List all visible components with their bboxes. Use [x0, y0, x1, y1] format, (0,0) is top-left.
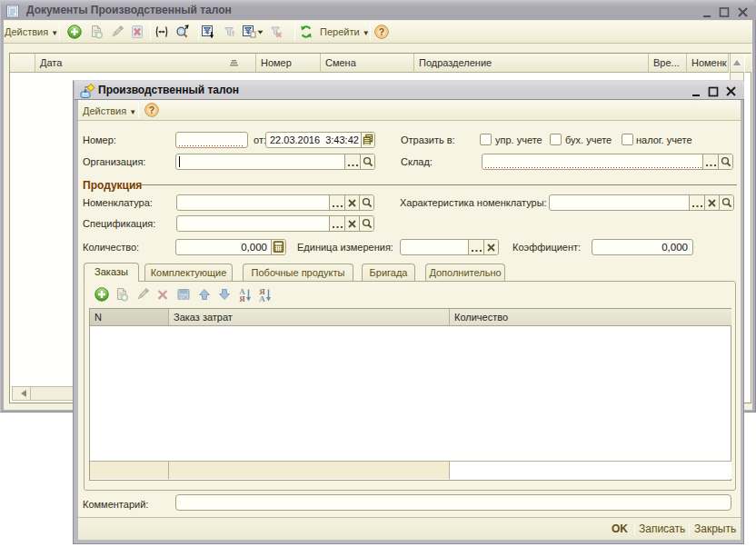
svg-text:А: А — [259, 294, 265, 303]
svg-text:?: ? — [149, 104, 154, 115]
svg-text:ГОК: ГОК — [180, 295, 188, 300]
svg-text:Я: Я — [239, 294, 245, 303]
svg-text:?: ? — [379, 26, 384, 37]
